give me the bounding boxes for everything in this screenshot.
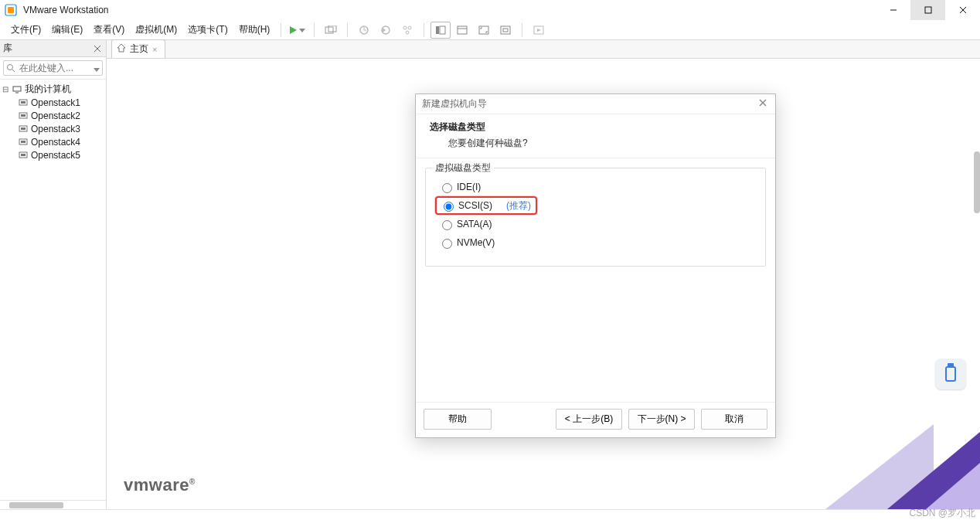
window-minimize-button[interactable] (876, 0, 910, 20)
tab-home[interactable]: 主页 × (111, 39, 165, 58)
vmware-logo: vmware® (124, 475, 196, 495)
next-button[interactable]: 下一步(N) > (628, 409, 695, 430)
tree-item-openstack5[interactable]: Openstack5 (2, 148, 104, 161)
radio-scsi[interactable]: SCSI(S) (推荐) (435, 196, 537, 215)
radio-scsi-input[interactable] (444, 202, 454, 212)
tab-strip: 主页 × (107, 40, 980, 59)
window-maximize-button[interactable] (910, 0, 945, 20)
svg-rect-32 (13, 87, 21, 91)
dialog-heading: 选择磁盘类型 (430, 121, 761, 134)
tree-item-openstack4[interactable]: Openstack4 (2, 135, 104, 148)
vm-icon (18, 124, 29, 134)
radio-sata-label: SATA(A) (457, 219, 492, 229)
radio-scsi-label: SCSI(S) (458, 200, 492, 211)
tab-close-button[interactable]: × (152, 45, 157, 54)
tree-item-label: Openstack3 (31, 124, 80, 134)
power-on-button[interactable] (288, 22, 308, 39)
tree-collapse-icon[interactable]: ⊟ (2, 85, 9, 93)
tree-item-openstack3[interactable]: Openstack3 (2, 122, 104, 135)
search-icon (6, 63, 15, 75)
unity-icon[interactable] (495, 22, 516, 39)
view-mode-2-icon[interactable] (452, 22, 472, 39)
radio-ide-input[interactable] (442, 183, 452, 193)
tree-item-label: Openstack1 (31, 97, 80, 108)
search-dropdown-icon[interactable] (94, 64, 100, 75)
separator (314, 23, 315, 37)
radio-scsi-recommended: (推荐) (506, 199, 531, 212)
menu-edit[interactable]: 编辑(E) (47, 21, 87, 39)
watermark: CSDN @罗小北 (909, 507, 975, 520)
tree-item-openstack1[interactable]: Openstack1 (2, 96, 104, 109)
svg-line-30 (12, 70, 15, 72)
vm-icon (18, 97, 29, 108)
help-button[interactable]: 帮助 (424, 409, 492, 430)
toolbar-icon[interactable] (321, 22, 341, 39)
vm-icon (18, 150, 29, 161)
dialog-footer: 帮助 < 上一步(B) 下一步(N) > 取消 (416, 402, 775, 437)
library-search-input[interactable] (3, 60, 103, 76)
sidebar-title: 库 (3, 42, 92, 55)
vm-icon (18, 137, 29, 148)
svg-rect-23 (501, 26, 510, 34)
dialog-titlebar[interactable]: 新建虚拟机向导 (416, 94, 775, 114)
sidebar-close-button[interactable] (92, 43, 103, 54)
menu-vm[interactable]: 虚拟机(M) (131, 21, 182, 39)
separator (522, 23, 522, 37)
separator (281, 23, 281, 37)
radio-nvme-input[interactable] (442, 239, 452, 249)
view-mode-1-icon[interactable] (430, 22, 451, 39)
back-button[interactable]: < 上一步(B) (556, 409, 622, 430)
snapshot-manage-icon[interactable] (397, 22, 417, 39)
separator (424, 23, 424, 37)
dialog-header: 选择磁盘类型 您要创建何种磁盘? (416, 114, 775, 158)
content-v-scrollbar[interactable] (974, 151, 980, 213)
menu-file[interactable]: 文件(F) (6, 21, 46, 39)
radio-ide[interactable]: IDE(I) (438, 178, 757, 196)
svg-rect-1 (8, 7, 14, 13)
decor-triangles (802, 401, 980, 509)
tree-item-label: Openstack2 (31, 110, 80, 121)
menu-view[interactable]: 查看(V) (89, 21, 129, 39)
radio-nvme-label: NVMe(V) (457, 237, 495, 248)
svg-rect-9 (328, 25, 336, 32)
sidebar-header: 库 (0, 40, 106, 57)
home-icon (117, 43, 126, 55)
group-legend: 虚拟磁盘类型 (432, 161, 494, 175)
snapshot-revert-icon[interactable] (376, 22, 396, 39)
usb-status-icon[interactable] (935, 359, 966, 389)
main-area: 主页 × → 程服务器 vmware® 新建虚拟机向导 (107, 40, 980, 509)
svg-marker-6 (290, 26, 297, 34)
tree-root-my-computer[interactable]: ⊟ 我的计算机 (2, 83, 104, 96)
svg-rect-20 (458, 26, 467, 34)
sidebar-h-scrollbar[interactable] (0, 500, 106, 509)
svg-rect-18 (436, 26, 439, 34)
tab-home-label: 主页 (130, 42, 148, 56)
vm-icon (18, 110, 29, 121)
tree-root-label: 我的计算机 (25, 83, 71, 96)
cancel-button[interactable]: 取消 (701, 409, 767, 430)
menu-tabs[interactable]: 选项卡(T) (183, 21, 232, 39)
home-content: → 程服务器 vmware® 新建虚拟机向导 选择磁盘类型 您要创建何 (107, 59, 980, 509)
separator (347, 23, 348, 37)
radio-ide-label: IDE(I) (457, 182, 481, 192)
dialog-close-button[interactable] (757, 98, 769, 110)
window-close-button[interactable] (945, 0, 980, 20)
svg-point-15 (403, 26, 407, 29)
new-vm-wizard-dialog: 新建虚拟机向导 选择磁盘类型 您要创建何种磁盘? 虚拟磁盘类型 IDE(I) (415, 93, 776, 438)
app-logo-icon (5, 4, 17, 16)
toolbar-extra-icon[interactable] (529, 22, 549, 39)
svg-rect-39 (21, 127, 26, 130)
tree-item-openstack2[interactable]: Openstack2 (2, 109, 104, 122)
radio-sata[interactable]: SATA(A) (438, 215, 757, 233)
snapshot-take-icon[interactable] (354, 22, 374, 39)
fullscreen-icon[interactable] (474, 22, 494, 39)
radio-nvme[interactable]: NVMe(V) (438, 233, 757, 252)
window-titlebar: VMware Workstation (0, 0, 980, 20)
dialog-subheading: 您要创建何种磁盘? (448, 137, 761, 150)
svg-rect-37 (21, 114, 26, 117)
radio-sata-input[interactable] (442, 220, 452, 230)
svg-rect-3 (925, 7, 931, 13)
svg-rect-8 (325, 27, 333, 33)
svg-point-16 (408, 26, 411, 29)
menu-help[interactable]: 帮助(H) (234, 21, 275, 39)
